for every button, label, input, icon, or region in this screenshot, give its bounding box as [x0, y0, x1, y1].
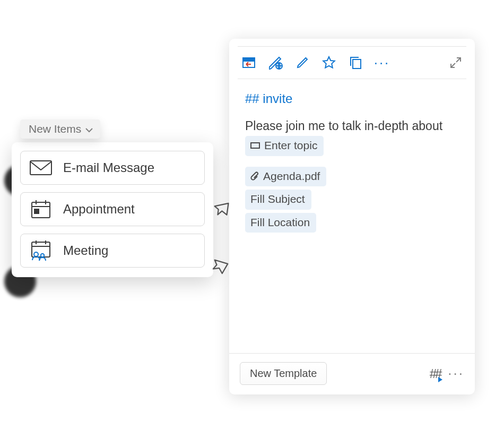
- copy-icon[interactable]: [347, 54, 364, 71]
- svg-rect-13: [243, 58, 255, 61]
- template-body: ## invite Please join me to talk in-dept…: [229, 79, 475, 353]
- menu-item-appointment[interactable]: Appointment: [20, 192, 205, 226]
- menu-item-label: Appointment: [63, 202, 135, 217]
- fill-location-chip[interactable]: Fill Location: [245, 213, 316, 233]
- chip-label: Fill Subject: [250, 191, 305, 208]
- template-toolbar: ···: [229, 47, 475, 79]
- template-title: ## invite: [245, 89, 459, 108]
- mail-icon: [29, 158, 53, 177]
- edit-icon[interactable]: [294, 54, 311, 71]
- menu-item-meeting[interactable]: Meeting: [20, 234, 205, 268]
- attachment-chip[interactable]: Agenda.pdf: [245, 167, 326, 187]
- star-icon[interactable]: [320, 54, 337, 71]
- svg-rect-16: [251, 143, 259, 148]
- field-icon: [250, 142, 260, 149]
- svg-rect-5: [34, 209, 39, 213]
- svg-rect-15: [353, 59, 361, 68]
- svg-point-10: [34, 252, 38, 256]
- chip-label: Enter topic: [264, 137, 317, 155]
- chip-label: Agenda.pdf: [263, 168, 320, 185]
- new-items-menu: E-mail Message Appointment: [12, 142, 213, 277]
- hashtag-run-icon[interactable]: ##: [430, 366, 441, 381]
- meeting-icon: [29, 241, 53, 260]
- body-text: Please join me to talk in-depth about: [245, 119, 442, 133]
- fill-subject-chip[interactable]: Fill Subject: [245, 190, 311, 210]
- svg-point-11: [41, 254, 44, 257]
- menu-item-label: E-mail Message: [63, 160, 154, 175]
- chevron-down-icon: [85, 123, 93, 135]
- calendar-icon: [29, 200, 53, 219]
- cursor-icon: [209, 255, 229, 277]
- new-items-label: New Items: [29, 123, 81, 135]
- globe-pen-icon[interactable]: [267, 54, 284, 71]
- new-items-dropdown[interactable]: New Items: [20, 119, 100, 139]
- svg-rect-0: [30, 161, 51, 175]
- insert-back-icon[interactable]: [241, 54, 258, 71]
- more-icon[interactable]: ···: [373, 54, 390, 71]
- cursor-icon: [211, 199, 230, 220]
- menu-item-email[interactable]: E-mail Message: [20, 151, 205, 185]
- footer-more-icon[interactable]: ···: [448, 365, 464, 382]
- template-footer: New Template ## ···: [229, 353, 475, 394]
- template-panel: ··· ## invite Please join me to talk in-…: [229, 39, 475, 394]
- expand-icon[interactable]: [447, 54, 464, 71]
- menu-item-label: Meeting: [63, 243, 108, 258]
- chip-label: Fill Location: [250, 214, 310, 231]
- template-text: Please join me to talk in-depth about En…: [245, 117, 459, 156]
- paperclip-icon: [250, 171, 259, 181]
- topic-placeholder-chip[interactable]: Enter topic: [245, 136, 324, 156]
- new-template-button[interactable]: New Template: [240, 362, 327, 385]
